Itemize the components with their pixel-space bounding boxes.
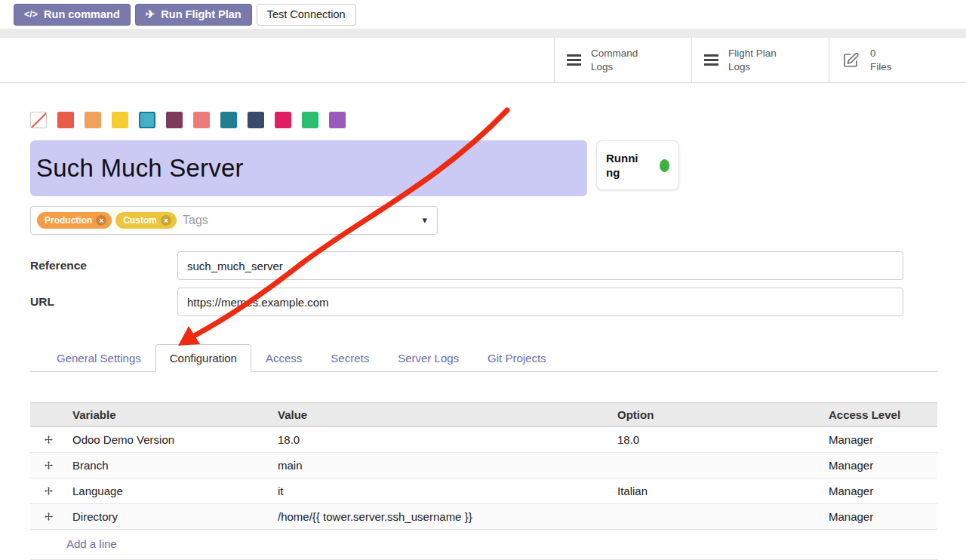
color-swatch-dark-purple[interactable] [166,112,183,128]
separator-strip [0,29,966,38]
run-command-button[interactable]: </> Run command [14,4,131,26]
server-name: Such Much Server [36,154,244,183]
cell-access[interactable]: Manager [823,433,937,446]
tab-git-projects[interactable]: Git Projects [473,344,561,372]
tab-secrets[interactable]: Secrets [316,344,383,372]
stat-line: Flight Plan [728,47,777,60]
cell-value[interactable]: 18.0 [272,433,611,446]
table-row[interactable]: Directory /home/{{ tower.server.ssh_user… [30,504,937,530]
code-icon: </> [24,9,38,20]
notebook-tabs: General Settings Configuration Access Se… [30,344,937,372]
status-dot-icon [660,159,669,172]
server-name-input[interactable]: Such Much Server [30,140,587,196]
flight-plan-logs-label: Flight Plan Logs [728,47,777,73]
color-swatch-none[interactable] [30,112,47,128]
color-swatch-red[interactable] [57,112,74,128]
tab-general-settings[interactable]: General Settings [42,344,155,372]
col-option: Option [611,408,823,421]
files-button[interactable]: 0 Files [829,38,966,82]
stat-line: Logs [728,60,777,74]
status-card[interactable]: Running [596,140,679,190]
color-swatch-salmon[interactable] [193,112,210,128]
run-command-label: Run command [44,8,120,20]
form-header: Command Logs Flight Plan Logs 0 Files [0,38,966,83]
add-line-row: Add a line [30,530,937,560]
tag-production: Production × [37,212,112,229]
drag-handle[interactable] [30,512,66,522]
color-swatch-teal[interactable] [220,112,237,128]
tags-placeholder: Tags [183,214,208,227]
tab-access[interactable]: Access [251,344,316,372]
paper-plane-icon: ✈ [146,8,155,21]
drag-handle-icon [44,512,54,522]
cell-value[interactable]: main [272,459,611,472]
top-action-bar: </> Run command ✈ Run Flight Plan Test C… [0,0,966,29]
drag-handle-icon [44,486,54,496]
cell-access[interactable]: Manager [823,510,937,523]
files-label: 0 Files [870,47,892,73]
color-swatch-navy[interactable] [248,112,264,128]
url-input[interactable] [177,288,903,316]
cell-value[interactable]: it [272,485,611,497]
reference-label: Reference [30,259,177,272]
tab-configuration[interactable]: Configuration [155,344,251,372]
cell-option[interactable]: Italian [611,485,823,497]
tags-input[interactable]: Production × Custom × Tags ▾ [30,206,438,235]
color-swatch-magenta[interactable] [275,112,291,128]
server-form-screen: </> Run command ✈ Run Flight Plan Test C… [0,0,966,560]
stat-line: Command [591,47,638,60]
table-row[interactable]: Odoo Demo Version 18.0 18.0 Manager [30,427,937,453]
color-swatch-green[interactable] [302,112,318,128]
drag-handle[interactable] [30,486,66,496]
form-sheet: Such Much Server Running Production × Cu… [0,112,966,560]
cell-value[interactable]: /home/{{ tower.server.ssh_username }} [272,510,611,523]
remove-tag-icon[interactable]: × [161,215,171,226]
list-icon [567,54,581,66]
cell-variable[interactable]: Branch [66,459,272,472]
cell-option[interactable]: 18.0 [611,433,823,446]
table-row[interactable]: Language it Italian Manager [30,478,937,504]
tag-label: Production [45,215,92,226]
command-logs-button[interactable]: Command Logs [554,38,691,82]
cell-access[interactable]: Manager [823,485,937,497]
drag-handle[interactable] [30,435,66,445]
col-variable: Variable [66,408,272,421]
drag-handle-icon [44,460,54,470]
cell-variable[interactable]: Odoo Demo Version [66,433,272,446]
color-swatch-purple[interactable] [329,112,346,128]
col-value: Value [272,408,611,421]
tag-custom: Custom × [115,212,177,229]
reference-field-row: Reference [30,251,903,280]
run-flight-plan-button[interactable]: ✈ Run Flight Plan [135,4,252,26]
command-logs-label: Command Logs [591,47,638,73]
run-flight-plan-label: Run Flight Plan [161,8,241,20]
title-row: Such Much Server Running [30,140,937,196]
url-field-row: URL [30,288,903,316]
drag-handle[interactable] [30,460,66,470]
add-a-line-link[interactable]: Add a line [66,537,117,550]
dropdown-caret-icon[interactable]: ▾ [422,214,427,226]
drag-handle-icon [44,435,54,445]
stat-line: 0 [870,47,892,60]
flight-plan-logs-button[interactable]: Flight Plan Logs [691,38,829,82]
edit-pencil-icon [841,51,860,69]
color-swatch-yellow[interactable] [112,112,128,128]
reference-input[interactable] [177,251,903,280]
col-access-level: Access Level [823,408,937,421]
cell-variable[interactable]: Directory [66,510,272,523]
color-picker [30,112,937,128]
table-header-row: Variable Value Option Access Level [30,402,937,427]
url-label: URL [30,295,177,309]
remove-tag-icon[interactable]: × [96,215,106,226]
table-row[interactable]: Branch main Manager [30,453,937,478]
cell-variable[interactable]: Language [66,485,272,497]
color-swatch-orange[interactable] [85,112,101,128]
configuration-table: Variable Value Option Access Level Odoo … [30,402,937,560]
cell-access[interactable]: Manager [823,459,937,472]
status-label: Running [606,151,644,180]
test-connection-button[interactable]: Test Connection [257,4,356,26]
stat-line: Files [870,60,892,74]
color-swatch-cyan-selected[interactable] [139,112,155,128]
tag-label: Custom [123,215,157,226]
tab-server-logs[interactable]: Server Logs [383,344,473,372]
